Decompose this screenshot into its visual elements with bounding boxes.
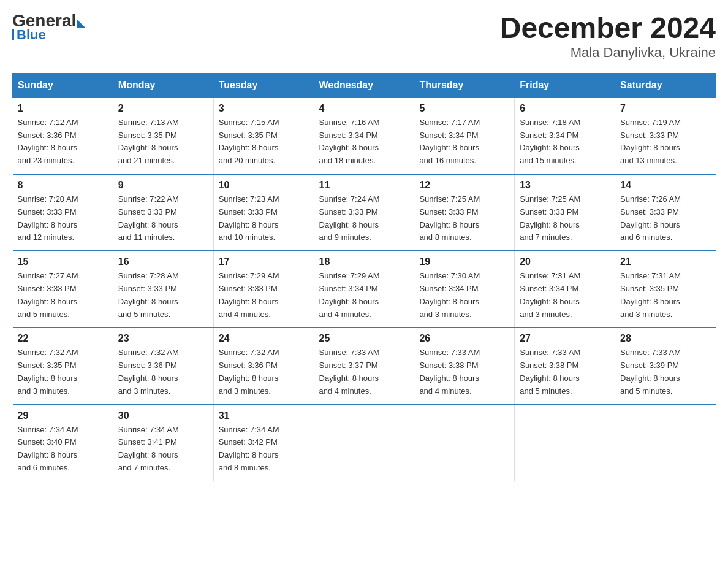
header-monday: Monday [113, 73, 213, 98]
day-number: 5 [419, 103, 509, 114]
calendar-title: December 2024 [500, 12, 716, 45]
day-number: 24 [219, 333, 309, 344]
calendar-cell: 8 Sunrise: 7:20 AM Sunset: 3:33 PM Dayli… [13, 174, 113, 251]
day-number: 17 [219, 256, 309, 267]
logo-bar [12, 29, 14, 40]
day-number: 20 [520, 256, 610, 267]
day-info: Sunrise: 7:32 AM Sunset: 3:36 PM Dayligh… [118, 347, 208, 397]
day-info: Sunrise: 7:13 AM Sunset: 3:35 PM Dayligh… [118, 117, 208, 167]
day-number: 21 [620, 256, 710, 267]
day-info: Sunrise: 7:31 AM Sunset: 3:34 PM Dayligh… [520, 270, 610, 321]
day-number: 8 [18, 180, 108, 191]
header-thursday: Thursday [414, 73, 515, 98]
day-number: 2 [118, 103, 208, 114]
day-info: Sunrise: 7:32 AM Sunset: 3:35 PM Dayligh… [18, 347, 108, 397]
day-number: 15 [18, 256, 108, 267]
calendar-cell: 14 Sunrise: 7:26 AM Sunset: 3:33 PM Dayl… [615, 174, 716, 251]
calendar-week-4: 22 Sunrise: 7:32 AM Sunset: 3:35 PM Dayl… [13, 327, 716, 404]
day-number: 26 [419, 333, 509, 344]
calendar-cell [414, 405, 515, 481]
calendar-cell: 6 Sunrise: 7:18 AM Sunset: 3:34 PM Dayli… [515, 98, 615, 174]
calendar-cell: 25 Sunrise: 7:33 AM Sunset: 3:37 PM Dayl… [314, 327, 414, 404]
day-info: Sunrise: 7:30 AM Sunset: 3:34 PM Dayligh… [419, 270, 509, 321]
calendar-cell: 26 Sunrise: 7:33 AM Sunset: 3:38 PM Dayl… [414, 327, 515, 404]
calendar-cell: 16 Sunrise: 7:28 AM Sunset: 3:33 PM Dayl… [113, 251, 213, 327]
calendar-cell: 11 Sunrise: 7:24 AM Sunset: 3:33 PM Dayl… [314, 174, 414, 251]
day-info: Sunrise: 7:34 AM Sunset: 3:40 PM Dayligh… [18, 424, 108, 475]
day-number: 18 [319, 256, 409, 267]
calendar-cell: 29 Sunrise: 7:34 AM Sunset: 3:40 PM Dayl… [13, 405, 113, 481]
calendar-cell: 2 Sunrise: 7:13 AM Sunset: 3:35 PM Dayli… [113, 98, 213, 174]
day-info: Sunrise: 7:23 AM Sunset: 3:33 PM Dayligh… [219, 193, 309, 244]
day-number: 11 [319, 180, 409, 191]
logo: General Blue [12, 12, 85, 43]
day-info: Sunrise: 7:20 AM Sunset: 3:33 PM Dayligh… [18, 193, 108, 244]
day-number: 27 [520, 333, 610, 344]
day-info: Sunrise: 7:12 AM Sunset: 3:36 PM Dayligh… [18, 117, 108, 167]
calendar-table: SundayMondayTuesdayWednesdayThursdayFrid… [12, 73, 716, 481]
calendar-cell: 4 Sunrise: 7:16 AM Sunset: 3:34 PM Dayli… [314, 98, 414, 174]
day-number: 13 [520, 180, 610, 191]
calendar-cell: 20 Sunrise: 7:31 AM Sunset: 3:34 PM Dayl… [515, 251, 615, 327]
day-info: Sunrise: 7:24 AM Sunset: 3:33 PM Dayligh… [319, 193, 409, 244]
calendar-cell: 15 Sunrise: 7:27 AM Sunset: 3:33 PM Dayl… [13, 251, 113, 327]
day-info: Sunrise: 7:34 AM Sunset: 3:41 PM Dayligh… [118, 424, 208, 475]
calendar-cell: 1 Sunrise: 7:12 AM Sunset: 3:36 PM Dayli… [13, 98, 113, 174]
day-info: Sunrise: 7:18 AM Sunset: 3:34 PM Dayligh… [520, 117, 610, 167]
calendar-cell: 12 Sunrise: 7:25 AM Sunset: 3:33 PM Dayl… [414, 174, 515, 251]
day-info: Sunrise: 7:33 AM Sunset: 3:38 PM Dayligh… [520, 347, 610, 397]
calendar-cell: 30 Sunrise: 7:34 AM Sunset: 3:41 PM Dayl… [113, 405, 213, 481]
day-info: Sunrise: 7:29 AM Sunset: 3:34 PM Dayligh… [319, 270, 409, 321]
calendar-week-1: 1 Sunrise: 7:12 AM Sunset: 3:36 PM Dayli… [13, 98, 716, 174]
header-tuesday: Tuesday [213, 73, 314, 98]
calendar-subtitle: Mala Danylivka, Ukraine [500, 45, 716, 61]
day-number: 28 [620, 333, 710, 344]
day-info: Sunrise: 7:26 AM Sunset: 3:33 PM Dayligh… [620, 193, 710, 244]
day-number: 7 [620, 103, 710, 114]
logo-arrow-icon [77, 20, 85, 28]
day-info: Sunrise: 7:22 AM Sunset: 3:33 PM Dayligh… [118, 193, 208, 244]
day-number: 29 [18, 410, 108, 421]
day-number: 25 [319, 333, 409, 344]
day-number: 9 [118, 180, 208, 191]
header-wednesday: Wednesday [314, 73, 414, 98]
day-number: 12 [419, 180, 509, 191]
header-saturday: Saturday [615, 73, 716, 98]
day-number: 19 [419, 256, 509, 267]
calendar-cell: 24 Sunrise: 7:32 AM Sunset: 3:36 PM Dayl… [213, 327, 314, 404]
header-sunday: Sunday [13, 73, 113, 98]
title-block: December 2024 Mala Danylivka, Ukraine [500, 12, 716, 61]
calendar-cell: 19 Sunrise: 7:30 AM Sunset: 3:34 PM Dayl… [414, 251, 515, 327]
page-header: General Blue December 2024 Mala Danylivk… [12, 12, 716, 61]
day-number: 4 [319, 103, 409, 114]
day-info: Sunrise: 7:17 AM Sunset: 3:34 PM Dayligh… [419, 117, 509, 167]
calendar-cell: 27 Sunrise: 7:33 AM Sunset: 3:38 PM Dayl… [515, 327, 615, 404]
day-info: Sunrise: 7:28 AM Sunset: 3:33 PM Dayligh… [118, 270, 208, 321]
calendar-cell: 17 Sunrise: 7:29 AM Sunset: 3:33 PM Dayl… [213, 251, 314, 327]
calendar-cell: 5 Sunrise: 7:17 AM Sunset: 3:34 PM Dayli… [414, 98, 515, 174]
logo-blue-text: Blue [17, 27, 46, 43]
day-info: Sunrise: 7:32 AM Sunset: 3:36 PM Dayligh… [219, 347, 309, 397]
day-number: 31 [219, 410, 309, 421]
header-friday: Friday [515, 73, 615, 98]
day-number: 14 [620, 180, 710, 191]
calendar-cell: 9 Sunrise: 7:22 AM Sunset: 3:33 PM Dayli… [113, 174, 213, 251]
calendar-cell: 7 Sunrise: 7:19 AM Sunset: 3:33 PM Dayli… [615, 98, 716, 174]
calendar-cell [314, 405, 414, 481]
day-number: 16 [118, 256, 208, 267]
day-number: 3 [219, 103, 309, 114]
calendar-week-3: 15 Sunrise: 7:27 AM Sunset: 3:33 PM Dayl… [13, 251, 716, 327]
calendar-cell: 13 Sunrise: 7:25 AM Sunset: 3:33 PM Dayl… [515, 174, 615, 251]
calendar-cell: 23 Sunrise: 7:32 AM Sunset: 3:36 PM Dayl… [113, 327, 213, 404]
calendar-week-2: 8 Sunrise: 7:20 AM Sunset: 3:33 PM Dayli… [13, 174, 716, 251]
calendar-cell: 10 Sunrise: 7:23 AM Sunset: 3:33 PM Dayl… [213, 174, 314, 251]
day-info: Sunrise: 7:25 AM Sunset: 3:33 PM Dayligh… [520, 193, 610, 244]
calendar-cell: 22 Sunrise: 7:32 AM Sunset: 3:35 PM Dayl… [13, 327, 113, 404]
calendar-cell: 21 Sunrise: 7:31 AM Sunset: 3:35 PM Dayl… [615, 251, 716, 327]
calendar-cell [615, 405, 716, 481]
day-number: 22 [18, 333, 108, 344]
day-number: 30 [118, 410, 208, 421]
day-info: Sunrise: 7:33 AM Sunset: 3:37 PM Dayligh… [319, 347, 409, 397]
day-info: Sunrise: 7:33 AM Sunset: 3:39 PM Dayligh… [620, 347, 710, 397]
day-info: Sunrise: 7:27 AM Sunset: 3:33 PM Dayligh… [18, 270, 108, 321]
